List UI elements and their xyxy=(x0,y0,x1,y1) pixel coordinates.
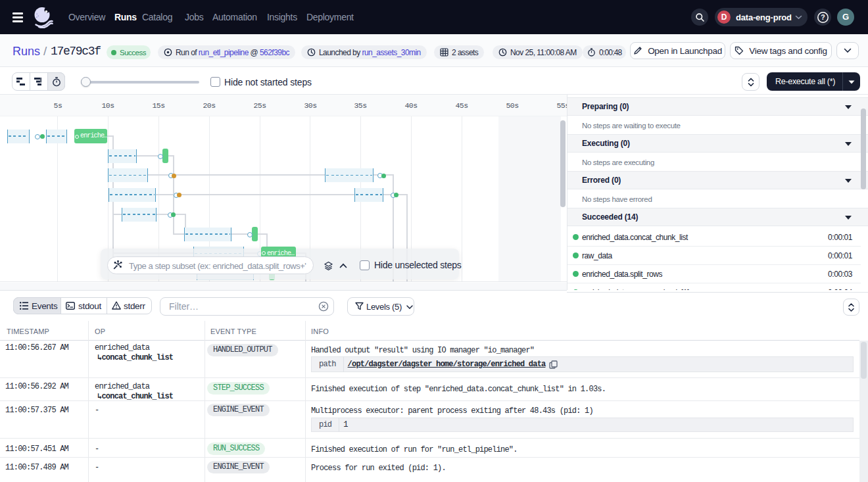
svg-text:?: ? xyxy=(821,13,825,21)
